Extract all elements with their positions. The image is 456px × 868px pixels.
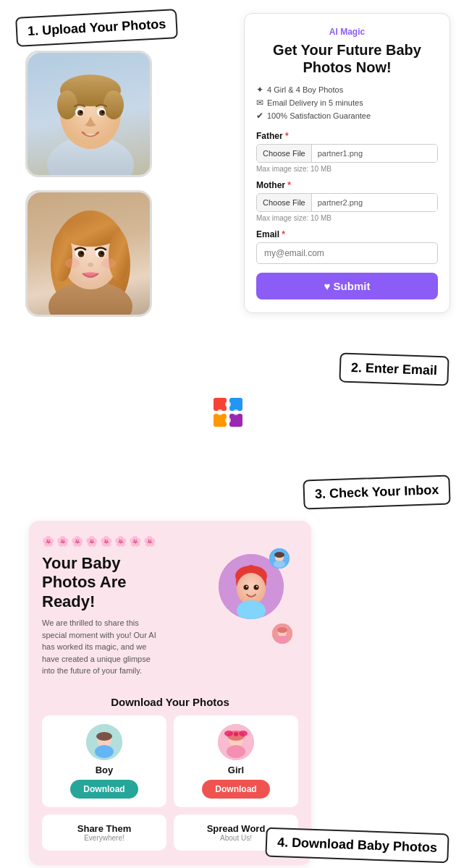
girl-label: Girl xyxy=(228,765,244,775)
svg-point-41 xyxy=(244,585,249,590)
star-icon: ✦ xyxy=(256,85,263,95)
small-baby-avatar-2 xyxy=(272,624,292,644)
svg-point-62 xyxy=(224,731,233,736)
mother-max-size: Max image size: 10 MB xyxy=(256,214,438,222)
mother-file-input[interactable]: Choose File partner2.png xyxy=(256,193,438,212)
svg-rect-28 xyxy=(214,398,227,411)
photos-container xyxy=(25,51,152,317)
mother-choose-file-btn[interactable]: Choose File xyxy=(257,194,312,211)
father-label: Father * xyxy=(256,131,438,141)
father-file-input[interactable]: Choose File partner1.png xyxy=(256,144,438,163)
submit-heart-icon: ♥ xyxy=(324,280,334,292)
download-row: Boy Download Girl Download xyxy=(42,715,298,807)
svg-point-5 xyxy=(104,90,124,119)
svg-point-33 xyxy=(225,417,231,423)
step4-label: 4. Download Baby Photos xyxy=(265,827,449,864)
mother-label: Mother * xyxy=(256,180,438,190)
svg-point-24 xyxy=(101,252,104,255)
svg-rect-29 xyxy=(229,398,242,411)
svg-point-34 xyxy=(217,409,223,415)
boy-icon xyxy=(86,724,122,760)
ai-puzzle-icon xyxy=(210,394,246,430)
svg-point-18 xyxy=(109,231,129,281)
ai-magic-label: AI Magic xyxy=(256,27,438,37)
email-card-title: Your Baby Photos Are Ready! xyxy=(42,554,158,611)
submit-button[interactable]: ♥ Submit xyxy=(256,273,438,299)
svg-point-42 xyxy=(254,585,259,590)
email-label: Email * xyxy=(256,229,438,239)
boy-download-card: Boy Download xyxy=(42,715,166,807)
email-card-right xyxy=(204,554,298,687)
svg-point-49 xyxy=(274,552,284,558)
svg-point-23 xyxy=(81,252,83,255)
form-features: ✦ 4 Girl & 4 Boy Photos ✉ Email Delivery… xyxy=(256,85,438,121)
svg-point-57 xyxy=(96,732,112,741)
boy-download-btn[interactable]: Download xyxy=(70,780,138,799)
download-title: Download Your Photos xyxy=(42,696,298,708)
svg-point-17 xyxy=(52,231,72,281)
emoji-row: 🌸🌸🌸🌸🌸🌸🌸🌸 xyxy=(42,535,298,547)
form-title: Get Your Future Baby Photos Now! xyxy=(256,41,438,76)
share-them-title: Share Them xyxy=(48,823,161,834)
email-result-card: 🌸🌸🌸🌸🌸🌸🌸🌸 Your Baby Photos Are Ready! We … xyxy=(29,521,311,865)
father-filename: partner1.png xyxy=(312,145,437,162)
email-icon: ✉ xyxy=(256,98,263,108)
svg-point-35 xyxy=(233,409,239,415)
svg-point-64 xyxy=(234,732,238,736)
boy-label: Boy xyxy=(96,765,114,775)
svg-point-25 xyxy=(88,263,93,267)
svg-point-46 xyxy=(248,565,255,572)
step1-label: 1. Upload Your Photos xyxy=(15,9,178,47)
share-them-sub: Everywhere! xyxy=(48,834,161,842)
svg-point-32 xyxy=(225,401,231,407)
svg-point-43 xyxy=(246,586,248,587)
svg-point-53 xyxy=(277,627,287,633)
svg-point-10 xyxy=(80,111,83,114)
girl-download-btn[interactable]: Download xyxy=(202,780,269,799)
form-card: AI Magic Get Your Future Baby Photos Now… xyxy=(244,13,450,313)
ai-icon-area xyxy=(210,394,246,433)
svg-point-65 xyxy=(227,745,245,758)
mother-filename: partner2.png xyxy=(312,194,437,211)
svg-point-44 xyxy=(256,586,258,587)
father-choose-file-btn[interactable]: Choose File xyxy=(257,145,312,162)
check-icon: ✔ xyxy=(256,111,263,121)
svg-point-58 xyxy=(95,745,114,758)
female-photo xyxy=(25,190,152,317)
feature-3: ✔ 100% Satisfaction Guarantee xyxy=(256,111,438,121)
step3-label: 3. Check Your Inbox xyxy=(303,475,451,509)
feature-1: ✦ 4 Girl & 4 Boy Photos xyxy=(256,85,438,95)
svg-point-11 xyxy=(102,111,104,114)
svg-point-40 xyxy=(237,573,266,605)
feature-2: ✉ Email Delivery in 5 minutes xyxy=(256,98,438,108)
girl-download-card: Girl Download xyxy=(174,715,298,807)
svg-point-27 xyxy=(101,258,116,268)
male-photo xyxy=(25,51,152,177)
svg-point-54 xyxy=(276,636,288,643)
share-row: Share Them Everywhere! Spread Word About… xyxy=(42,814,298,851)
svg-rect-30 xyxy=(214,414,227,427)
svg-point-50 xyxy=(274,561,285,568)
girl-icon xyxy=(218,724,254,760)
step2-label: 2. Enter Email xyxy=(339,352,449,386)
email-input[interactable] xyxy=(256,242,438,264)
email-card-left: Your Baby Photos Are Ready! We are thril… xyxy=(42,554,197,687)
svg-point-4 xyxy=(57,90,77,119)
share-them-card: Share Them Everywhere! xyxy=(42,814,166,851)
svg-point-26 xyxy=(65,258,80,268)
svg-rect-31 xyxy=(229,414,242,427)
svg-point-63 xyxy=(239,731,248,736)
father-max-size: Max image size: 10 MB xyxy=(256,165,438,173)
email-card-sub: We are thrilled to share this special mo… xyxy=(42,617,165,677)
small-baby-avatar-1 xyxy=(269,548,290,569)
